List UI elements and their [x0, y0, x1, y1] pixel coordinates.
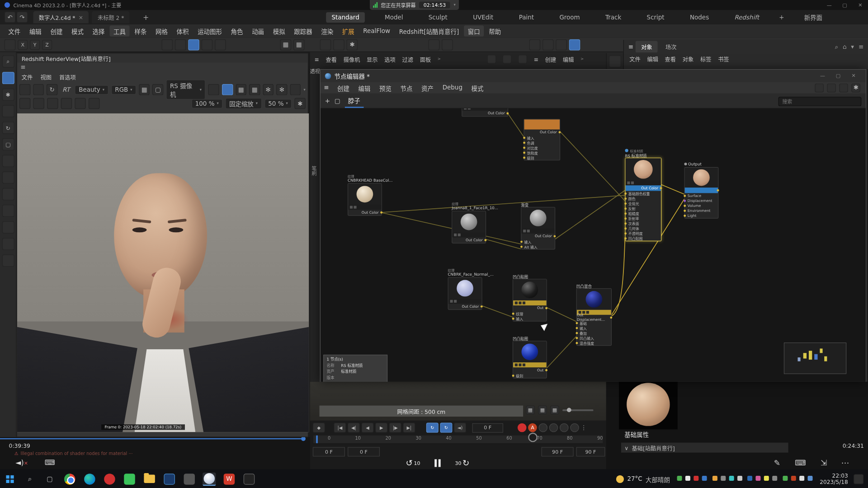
- cube-blue-icon[interactable]: [609, 55, 621, 67]
- layout-tab-new[interactable]: 新界面: [798, 11, 828, 23]
- material-preview[interactable]: [619, 380, 678, 429]
- overflow-arrow-icon[interactable]: >: [438, 57, 441, 61]
- explorer-folder-icon[interactable]: [143, 472, 156, 485]
- checker-icon[interactable]: ▦: [139, 84, 150, 95]
- layout-grid-icon[interactable]: ▦: [526, 406, 535, 415]
- tab-close-icon[interactable]: ×: [79, 14, 83, 20]
- axis-y-button[interactable]: Y: [30, 40, 40, 50]
- renderview-title[interactable]: Redshift RenderView[站酷肖意行]: [17, 54, 308, 63]
- snapshot-a-icon[interactable]: ✻: [263, 84, 274, 95]
- node-out-port[interactable]: Out Color: [348, 210, 381, 215]
- brush-side-tab[interactable]: 笔刷: [311, 166, 318, 176]
- menu-render[interactable]: 渲染: [317, 25, 337, 36]
- node-texture-basecolor[interactable]: 纹理 CNBRKHEAD BaseCol... Out Color: [348, 174, 382, 216]
- viewport-menu[interactable]: 摄像机: [344, 55, 360, 63]
- keyframe-diamond-icon[interactable]: ◆: [313, 423, 325, 433]
- layout-tab-track[interactable]: Track: [600, 12, 627, 22]
- knife-tool-icon[interactable]: [2, 221, 14, 234]
- viewport-menu[interactable]: 面板: [420, 55, 431, 63]
- menu-help[interactable]: 帮助: [485, 25, 505, 36]
- render-icon[interactable]: [333, 39, 344, 50]
- pen-icon[interactable]: [442, 39, 453, 50]
- loop-button[interactable]: ↻: [426, 423, 439, 433]
- layer2-icon[interactable]: [542, 39, 553, 50]
- quantize-icon[interactable]: ▦: [293, 39, 304, 50]
- node-input-row[interactable]: 全局光: [626, 201, 661, 206]
- magnify-icon[interactable]: ⌕: [2, 55, 14, 67]
- snapshot-b-icon[interactable]: ✻: [276, 84, 287, 95]
- workplane-icon[interactable]: [2, 172, 14, 184]
- node-out-port[interactable]: Out Color: [626, 185, 661, 191]
- close-button[interactable]: ✕: [846, 71, 861, 81]
- ne-menu-asset[interactable]: 资产: [418, 82, 438, 93]
- chevron-down-icon[interactable]: ▾: [453, 3, 455, 7]
- keyframe-scale-button[interactable]: [549, 423, 558, 432]
- node-out-port[interactable]: Out Color: [521, 234, 554, 239]
- node-input-row[interactable]: 输入: [524, 135, 560, 140]
- layout-tab-groom[interactable]: Groom: [554, 12, 585, 22]
- node-output[interactable]: Output SurfaceDisplacementVolumeEnvironm…: [684, 162, 718, 219]
- node-texture-joanna[interactable]: 纹理 Joanna8_1_Face1R_10... Out Color: [452, 202, 486, 244]
- range-end-field2[interactable]: 90 F: [576, 447, 605, 456]
- node-input-row[interactable]: 基础: [577, 320, 611, 325]
- zoom-dropdown[interactable]: 100 %▾: [191, 99, 222, 108]
- gear-icon[interactable]: ✱: [851, 83, 860, 92]
- start-button[interactable]: [3, 472, 16, 485]
- node-search-input[interactable]: [778, 97, 862, 106]
- close-button[interactable]: ✕: [853, 0, 868, 10]
- goto-end-button[interactable]: ▶|: [403, 423, 415, 433]
- wechat-icon[interactable]: [123, 472, 136, 485]
- progress-knob[interactable]: [301, 436, 306, 441]
- kebab-icon[interactable]: ⋮: [580, 424, 586, 432]
- overflow-arrow-icon[interactable]: >: [580, 57, 584, 61]
- ne-menu-edit[interactable]: 编辑: [354, 82, 374, 93]
- prev-key-button[interactable]: ◀|: [348, 423, 360, 433]
- photoshop-icon[interactable]: [163, 472, 176, 485]
- minimize-button[interactable]: —: [821, 0, 837, 10]
- channel-dropdown[interactable]: RGB▾: [111, 85, 136, 94]
- menu-file[interactable]: 文件: [5, 25, 24, 36]
- menu-redshift[interactable]: Redshift[站酷肖意行]: [395, 25, 463, 36]
- chrome-icon[interactable]: [63, 472, 76, 485]
- node-bump-blender[interactable]: 凹凸混合 Out Displacement... 基础输入叠加凹凸输入混合强度: [576, 283, 612, 346]
- gouraud-shading-icon[interactable]: [188, 39, 199, 50]
- layout-tab-script[interactable]: Script: [641, 12, 670, 22]
- menu-icon[interactable]: ≡: [20, 63, 25, 70]
- utility-icon[interactable]: [183, 472, 196, 485]
- goto-start-button[interactable]: |◀: [334, 423, 346, 433]
- node-input-row[interactable]: 基础颜色权重: [626, 191, 661, 196]
- node-input-row[interactable]: Light: [685, 213, 718, 218]
- om-menu-bookmarks[interactable]: 书签: [718, 55, 729, 63]
- node-input-row[interactable]: 级别: [524, 155, 560, 160]
- progress-line[interactable]: [0, 438, 303, 439]
- keyboard-icon[interactable]: ⌨: [795, 458, 806, 467]
- record-button[interactable]: [518, 423, 527, 432]
- om-menu-object[interactable]: 对象: [683, 55, 693, 63]
- move-tool-icon[interactable]: [2, 105, 14, 117]
- layers-icon[interactable]: [89, 98, 99, 109]
- menu-volume[interactable]: 体积: [173, 25, 193, 36]
- clock[interactable]: 22:03 2023/5/18: [820, 472, 848, 485]
- forward-30-button[interactable]: 30↻: [455, 458, 470, 468]
- range-start-field2[interactable]: 0 F: [348, 447, 380, 456]
- snapshot-icon[interactable]: [33, 84, 44, 95]
- om-menu-tags[interactable]: 标签: [700, 55, 711, 63]
- node-input-row[interactable]: Environment: [685, 208, 718, 213]
- camera-dropdown[interactable]: RS 摄像机▾: [166, 80, 205, 99]
- node-editor-titlebar[interactable]: 节点编辑器 * — ▢ ✕: [321, 70, 866, 82]
- node-input-row[interactable]: 输入: [513, 316, 546, 321]
- keyboard-icon[interactable]: ⌨: [45, 458, 55, 466]
- capture-icon[interactable]: [242, 472, 255, 485]
- menu-character[interactable]: 角色: [227, 25, 247, 36]
- node-input-row[interactable]: 叠加: [577, 330, 611, 335]
- menu-mesh[interactable]: 网格: [152, 25, 172, 36]
- node-texture-normal[interactable]: 纹理 CNBRK_Face_Normal_... Out Color: [448, 268, 482, 310]
- menu-icon[interactable]: ≡: [315, 56, 319, 62]
- node-input-row[interactable]: 纹理: [513, 311, 546, 316]
- layer-icon[interactable]: [529, 39, 540, 50]
- spline-tool-icon[interactable]: [2, 254, 14, 267]
- material-tab-neck[interactable]: 脖子: [344, 94, 363, 108]
- node-input-row[interactable]: 级别: [513, 373, 546, 378]
- bucket-grid-icon[interactable]: ▦: [236, 84, 246, 95]
- menu-mode[interactable]: 模式: [67, 25, 87, 36]
